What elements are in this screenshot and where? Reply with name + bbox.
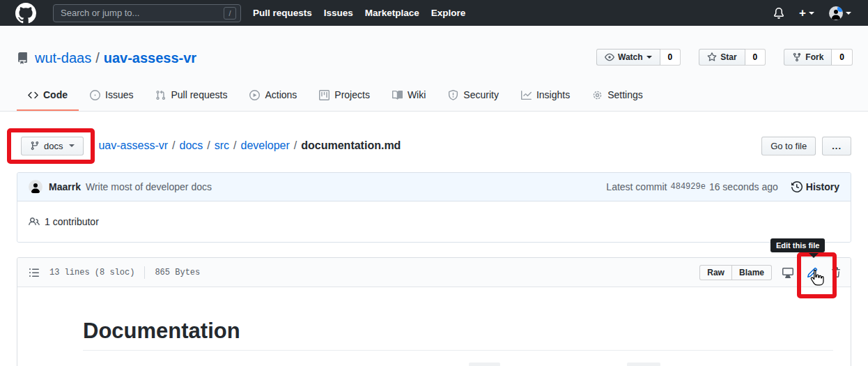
watch-group: Watch 0: [596, 49, 681, 66]
nav-explore[interactable]: Explore: [431, 8, 466, 18]
user-menu[interactable]: [829, 6, 851, 20]
star-icon: [707, 52, 717, 62]
raw-button[interactable]: Raw: [699, 265, 732, 280]
history-link[interactable]: History: [791, 181, 839, 192]
play-icon: [249, 90, 260, 100]
avatar[interactable]: [829, 6, 843, 20]
bell-icon[interactable]: [773, 8, 784, 19]
chevron-down-icon: [646, 56, 652, 59]
tab-pull-requests[interactable]: Pull requests: [144, 80, 238, 111]
issue-opened-icon: [90, 90, 100, 100]
file-header: 13 lines (8 sloc) 865 Bytes Raw Blame: [17, 258, 851, 287]
breadcrumb-src[interactable]: src: [215, 139, 229, 152]
global-search[interactable]: /: [53, 4, 241, 22]
nav-pull-requests[interactable]: Pull requests: [253, 8, 312, 18]
tab-issues[interactable]: Issues: [79, 80, 144, 111]
breadcrumb-repo-root[interactable]: uav-assess-vr: [98, 139, 168, 152]
tab-projects[interactable]: Projects: [308, 80, 381, 111]
repo-name-link[interactable]: uav-assess-vr: [104, 50, 196, 66]
shield-icon: [448, 90, 458, 100]
nav-marketplace[interactable]: Marketplace: [365, 8, 419, 18]
latest-commit-bar: Maarrk Write most of developer docs Late…: [17, 173, 851, 201]
breadcrumb-docs[interactable]: docs: [180, 139, 203, 152]
tab-wiki[interactable]: Wiki: [381, 80, 437, 111]
commit-hash[interactable]: 484929e: [670, 182, 705, 192]
code-icon: [28, 90, 38, 100]
github-logo-icon[interactable]: [15, 3, 36, 24]
chevron-down-icon: [69, 144, 75, 147]
create-new-menu[interactable]: +: [799, 7, 814, 19]
cutoff-content-block: [627, 363, 660, 366]
file-navigation: docs uav-assess-vr / docs / src / develo…: [17, 135, 851, 157]
hand-cursor: [809, 268, 828, 290]
commit-author[interactable]: Maarrk: [49, 181, 81, 192]
git-pull-request-icon: [155, 90, 166, 100]
search-input[interactable]: [61, 8, 224, 18]
project-icon: [319, 90, 330, 100]
book-icon: [392, 90, 403, 100]
repo-tab-nav: Code Issues Pull requests Actions Projec…: [17, 80, 868, 111]
star-button[interactable]: Star: [699, 49, 745, 66]
document-heading: Documentation: [83, 319, 833, 351]
blame-button[interactable]: Blame: [732, 265, 772, 280]
cutoff-content-block: [469, 363, 500, 366]
notification-dot: [837, 6, 843, 12]
repo-header: wut-daas / uav-assess-vr Watch 0 Star 0 …: [0, 26, 868, 112]
repo-title-separator: /: [95, 50, 100, 66]
raw-blame-group: Raw Blame: [699, 265, 772, 280]
repo-icon: [17, 52, 29, 64]
fork-icon: [792, 52, 802, 62]
global-header: / Pull requests Issues Marketplace Explo…: [0, 0, 868, 26]
divider: [144, 266, 145, 279]
breadcrumb: uav-assess-vr / docs / src / developer /…: [98, 139, 401, 152]
watch-button[interactable]: Watch: [596, 49, 660, 66]
fork-button[interactable]: Fork: [784, 49, 832, 66]
star-count[interactable]: 0: [745, 49, 766, 66]
tab-security[interactable]: Security: [437, 80, 510, 111]
file-lines-info: 13 lines (8 sloc): [49, 268, 134, 277]
watch-count[interactable]: 0: [660, 49, 681, 66]
file-content-box: 13 lines (8 sloc) 865 Bytes Raw Blame Do…: [17, 257, 851, 366]
nav-issues[interactable]: Issues: [324, 8, 353, 18]
open-in-desktop-icon[interactable]: [782, 267, 793, 278]
gear-icon: [592, 90, 603, 100]
breadcrumb-developer[interactable]: developer: [241, 139, 290, 152]
main-content: docs uav-assess-vr / docs / src / develo…: [0, 135, 868, 366]
graph-icon: [521, 90, 532, 100]
plus-icon: +: [799, 7, 806, 19]
rendered-markdown: Documentation: [17, 287, 851, 351]
repo-owner-link[interactable]: wut-daas: [35, 50, 91, 66]
list-icon: [29, 267, 40, 278]
edit-tooltip: Edit this file: [770, 238, 825, 252]
chevron-down-icon: [846, 12, 851, 15]
commit-author-avatar[interactable]: [29, 180, 42, 194]
repo-social-actions: Watch 0 Star 0 Fork 0: [596, 49, 853, 66]
file-size: 865 Bytes: [155, 268, 200, 277]
contributors-row[interactable]: 1 contributor: [17, 201, 851, 242]
fork-count[interactable]: 0: [832, 49, 853, 66]
breadcrumb-current-file: documentation.md: [301, 139, 401, 152]
delete-file-trash-icon[interactable]: [830, 267, 842, 278]
contributors-count: 1 contributor: [45, 216, 99, 227]
tab-settings[interactable]: Settings: [581, 80, 654, 111]
global-nav: Pull requests Issues Marketplace Explore: [253, 8, 465, 18]
git-branch-icon: [30, 141, 40, 151]
go-to-file-button[interactable]: Go to file: [761, 137, 816, 155]
more-options-button[interactable]: ...: [822, 137, 851, 155]
commit-time: 16 seconds ago: [709, 181, 778, 192]
tooltip-caret: [809, 253, 819, 258]
fork-group: Fork 0: [784, 49, 853, 66]
latest-commit-label: Latest commit: [606, 181, 667, 192]
star-group: Star 0: [699, 49, 766, 66]
people-icon: [29, 216, 40, 227]
tab-code[interactable]: Code: [17, 80, 79, 111]
person-icon: [30, 182, 41, 193]
commit-message[interactable]: Write most of developer docs: [86, 181, 212, 192]
eye-icon: [605, 52, 614, 62]
search-shortcut-badge: /: [224, 7, 236, 20]
tab-actions[interactable]: Actions: [238, 80, 308, 111]
branch-selector-button[interactable]: docs: [21, 137, 84, 155]
tab-insights[interactable]: Insights: [510, 80, 581, 111]
clock-history-icon: [791, 181, 803, 192]
commit-box: Maarrk Write most of developer docs Late…: [17, 172, 851, 243]
